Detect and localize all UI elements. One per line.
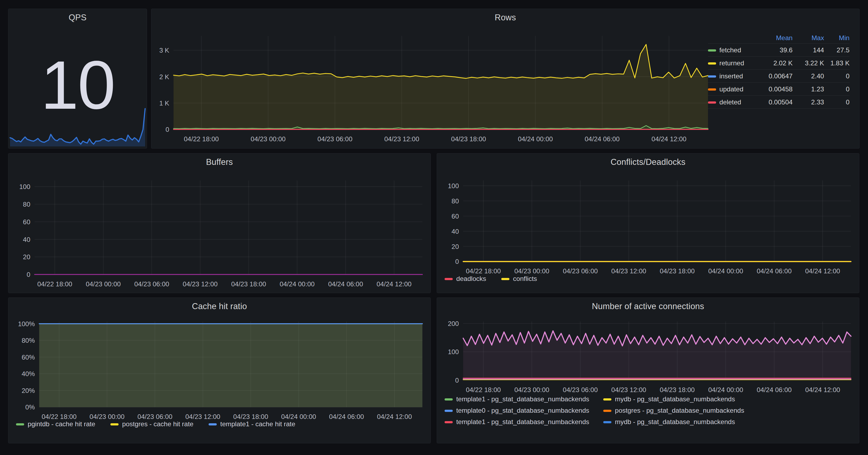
x-axis-tick: 04/24 06:00 xyxy=(757,386,792,393)
legend-label: mydb - pg_stat_database_numbackends xyxy=(615,395,735,403)
x-axis-tick: 04/23 00:00 xyxy=(251,135,286,142)
legend-swatch-icon xyxy=(708,75,716,77)
legend-table-value-min: 1.83 K xyxy=(824,59,849,67)
legend-table-row: returned2.02 K3.22 K1.83 K xyxy=(708,57,849,70)
y-axis-tick: 80 xyxy=(23,201,30,208)
x-axis-tick: 04/23 18:00 xyxy=(451,135,486,142)
legend-item[interactable]: mydb - pg_stat_database_numbackends xyxy=(603,395,744,403)
legend-table-value-min: 0 xyxy=(824,86,849,93)
legend-item[interactable]: template1 - pg_stat_database_numbackends xyxy=(444,395,600,403)
legend-label: conflicts xyxy=(513,275,537,283)
legend-swatch-icon xyxy=(708,88,716,91)
series-fill-returned xyxy=(174,44,708,129)
x-axis-tick: 04/23 12:00 xyxy=(611,267,646,275)
x-axis-tick: 04/24 00:00 xyxy=(708,267,743,275)
legend-table-value-max: 2.40 xyxy=(793,72,824,80)
conflicts-chart-canvas[interactable]: 04/22 18:0004/23 00:0004/23 06:0004/23 1… xyxy=(437,154,859,293)
series-line-qps[interactable] xyxy=(10,109,145,144)
legend-table-series-label[interactable]: deleted xyxy=(708,98,762,106)
legend-item[interactable]: template0 - pg_stat_database_numbackends xyxy=(444,407,600,414)
y-axis-tick: 40 xyxy=(452,228,459,235)
y-axis-tick: 60% xyxy=(22,354,35,361)
x-axis-tick: 04/24 06:00 xyxy=(328,280,363,288)
qps-sparkline[interactable] xyxy=(8,9,147,148)
x-axis-tick: 04/23 06:00 xyxy=(563,386,598,393)
legend-swatch-icon xyxy=(603,421,611,423)
legend-swatch-icon xyxy=(708,101,716,104)
buffers-chart[interactable]: 04/22 18:0004/23 00:0004/23 06:0004/23 1… xyxy=(8,154,431,293)
conflicts-legend: deadlocksconflicts xyxy=(444,275,854,283)
legend-table-header-mean[interactable]: Mean xyxy=(762,34,793,42)
x-axis-tick: 04/24 00:00 xyxy=(518,135,553,142)
cache-legend: pgintdb - cache hit ratepostgres - cache… xyxy=(16,420,425,428)
legend-item[interactable]: deadlocks xyxy=(444,275,486,283)
y-axis-tick: 20% xyxy=(22,387,35,394)
panel-buffers: Buffers 04/22 18:0004/23 00:0004/23 06:0… xyxy=(8,153,431,293)
y-axis-tick: 0 xyxy=(165,126,169,133)
legend-table-series-label[interactable]: returned xyxy=(708,59,762,67)
legend-label: pgintdb - cache hit rate xyxy=(28,420,95,428)
x-axis-tick: 04/24 06:00 xyxy=(585,135,620,142)
x-axis-tick: 04/23 12:00 xyxy=(384,135,420,142)
legend-swatch-icon xyxy=(708,50,716,52)
series-name: returned xyxy=(719,59,744,67)
legend-table-value-max: 1.23 xyxy=(793,86,824,93)
legend-table-value-mean: 39.6 xyxy=(762,46,793,54)
series-fill-template1 - cache hit rate xyxy=(39,324,422,407)
legend-label: deadlocks xyxy=(456,275,486,283)
x-axis-tick: 04/23 06:00 xyxy=(137,413,173,420)
legend-table-series-label[interactable]: fetched xyxy=(708,46,762,54)
x-axis-tick: 04/23 12:00 xyxy=(183,280,218,288)
legend-table-value-max: 144 xyxy=(793,46,824,54)
x-axis-tick: 04/23 06:00 xyxy=(317,135,352,142)
legend-table-series-label[interactable]: inserted xyxy=(708,72,762,80)
panel-qps: QPS 10 xyxy=(8,9,147,149)
legend-swatch-icon xyxy=(603,398,611,400)
x-axis-tick: 04/24 12:00 xyxy=(652,135,686,142)
y-axis-tick: 20 xyxy=(23,253,30,261)
y-axis-tick: 3 K xyxy=(159,46,169,54)
legend-item[interactable]: conflicts xyxy=(501,275,537,283)
legend-table-header-min[interactable]: Min xyxy=(824,34,849,42)
legend-item[interactable]: mydb - pg_stat_database_numbackends xyxy=(603,418,744,426)
y-axis-tick: 100 xyxy=(448,348,459,356)
legend-label: postgres - cache hit rate xyxy=(122,420,193,428)
legend-label: template1 - pg_stat_database_numbackends xyxy=(456,418,589,426)
y-axis-tick: 60 xyxy=(452,213,459,220)
series-name: updated xyxy=(719,86,744,93)
panel-connections: Number of active connections 04/22 18:00… xyxy=(437,297,859,443)
x-axis-tick: 04/24 12:00 xyxy=(376,280,411,288)
legend-swatch-icon xyxy=(603,410,611,412)
legend-table-value-min: 0 xyxy=(824,72,849,80)
legend-label: template0 - pg_stat_database_numbackends xyxy=(456,407,589,414)
y-axis-tick: 200 xyxy=(448,320,459,327)
qps-chart-canvas[interactable] xyxy=(8,9,147,148)
buffers-chart-canvas[interactable]: 04/22 18:0004/23 00:0004/23 06:0004/23 1… xyxy=(8,154,431,293)
series-fill-connections-main xyxy=(463,331,851,380)
x-axis-tick: 04/23 18:00 xyxy=(231,280,266,288)
legend-item[interactable]: template1 - pg_stat_database_numbackends xyxy=(444,418,600,426)
legend-table-header-row: MeanMaxMin xyxy=(708,32,849,44)
legend-item[interactable]: pgintdb - cache hit rate xyxy=(16,420,95,428)
y-axis-tick: 0% xyxy=(25,403,35,411)
x-axis-tick: 04/22 18:00 xyxy=(466,386,501,393)
legend-table-row: inserted0.006472.400 xyxy=(708,70,849,83)
legend-swatch-icon xyxy=(111,423,119,425)
legend-table-value-mean: 0.00504 xyxy=(762,98,793,106)
legend-table-header-max[interactable]: Max xyxy=(793,34,824,42)
legend-swatch-icon xyxy=(444,278,453,280)
conflicts-chart[interactable]: 04/22 18:0004/23 00:0004/23 06:0004/23 1… xyxy=(437,154,859,293)
x-axis-tick: 04/24 00:00 xyxy=(280,280,315,288)
legend-table-series-label[interactable]: updated xyxy=(708,86,762,93)
legend-table-row: deleted0.005042.330 xyxy=(708,96,849,109)
legend-label: template1 - cache hit rate xyxy=(220,420,295,428)
x-axis-tick: 04/22 18:00 xyxy=(184,135,219,142)
panel-rows: Rows 04/22 18:0004/23 00:0004/23 06:0004… xyxy=(151,9,860,149)
x-axis-tick: 04/23 00:00 xyxy=(514,267,549,275)
legend-table-value-mean: 0.00458 xyxy=(762,86,793,93)
legend-item[interactable]: postgres - pg_stat_database_numbackends xyxy=(603,407,744,414)
legend-item[interactable]: postgres - cache hit rate xyxy=(111,420,193,428)
x-axis-tick: 04/24 06:00 xyxy=(329,413,364,420)
x-axis-tick: 04/24 00:00 xyxy=(708,386,743,393)
legend-item[interactable]: template1 - cache hit rate xyxy=(209,420,295,428)
